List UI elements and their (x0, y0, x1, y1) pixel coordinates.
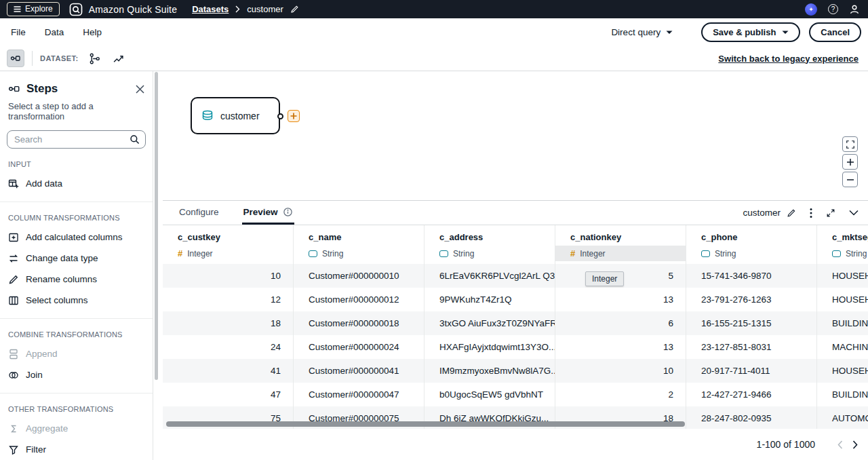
horizontal-scrollbar-thumb[interactable] (166, 421, 685, 427)
preview-tabbar: Configure Preview customer (163, 201, 868, 225)
fit-view-button[interactable] (842, 136, 858, 152)
edit-icon[interactable] (787, 208, 796, 218)
cell: 13 (555, 335, 686, 359)
cell: 47 (163, 383, 294, 406)
table-row[interactable]: 47 Customer#000000047 b0UgocSqEW5 gdVbhN… (163, 383, 868, 406)
section-header-column-transformations: COLUMN TRANSFORMATIONS (0, 202, 153, 227)
expand-panel-icon[interactable] (826, 208, 835, 218)
cell: BUILDING (817, 383, 868, 406)
close-icon[interactable] (136, 85, 144, 94)
menu-help[interactable]: Help (83, 27, 102, 37)
table-header-row: c_custkey Integer c_name String c_addres… (163, 225, 868, 264)
cell: 20-917-711-4011 (686, 359, 817, 383)
cell: AUTOMOBILE (817, 406, 868, 429)
section-header-input: INPUT (0, 149, 153, 173)
add-transformation-button[interactable] (288, 110, 300, 122)
zoom-out-button[interactable] (842, 172, 858, 187)
save-publish-label: Save & publish (713, 27, 776, 37)
breadcrumb-datasets-link[interactable]: Datasets (192, 4, 229, 14)
steps-flow-icon (10, 53, 21, 64)
cell: HOUSEHOLD (817, 288, 868, 311)
save-publish-button[interactable]: Save & publish (701, 22, 800, 42)
sidebar-item-filter[interactable]: Filter (0, 439, 153, 460)
sidebar-item-add-calculated-columns[interactable]: Add calculated columns (0, 227, 153, 248)
fit-view-icon (846, 140, 855, 149)
edit-name-icon[interactable] (290, 5, 299, 14)
query-mode-label: Direct query (611, 27, 660, 37)
tab-configure-label: Configure (179, 207, 219, 217)
user-icon[interactable] (849, 4, 860, 15)
pagination-bar: 1-100 of 1000 (163, 429, 868, 460)
menu-data[interactable]: Data (45, 27, 64, 37)
column-header-c-mktsegment[interactable]: c_mktsegment String (817, 225, 868, 264)
type-tooltip: Integer (585, 271, 624, 286)
column-type-label: String (846, 249, 867, 258)
sidebar-scrollbar-thumb[interactable] (155, 72, 158, 380)
table-row[interactable]: 18 Customer#000000018 3txGO AiuFux3zT0Z9… (163, 311, 868, 335)
explore-button[interactable]: Explore (7, 2, 60, 16)
sidebar-item-change-data-type[interactable]: Change data type (0, 248, 153, 269)
cell: MACHINERY (817, 335, 868, 359)
column-name: c_address (425, 232, 555, 242)
table-row[interactable]: 10 Customer#000000010 6LrEaV6KR6PLVcgl2A… (163, 264, 868, 288)
sidebar-item-label: Add calculated columns (26, 232, 123, 242)
table-row[interactable]: 24 Customer#000000024 HXAFgIAyjxtdqwimt1… (163, 335, 868, 359)
column-header-c-custkey[interactable]: c_custkey Integer (163, 225, 294, 264)
search-input[interactable] (7, 130, 146, 149)
steps-panel-toggle-button[interactable] (7, 50, 24, 67)
tab-preview[interactable]: Preview (242, 201, 294, 225)
node-output-port[interactable] (277, 113, 283, 119)
cell: b0UgocSqEW5 gdVbhNT (425, 383, 555, 406)
cell: Customer#000000012 (294, 288, 425, 311)
query-mode-dropdown[interactable]: Direct query (611, 27, 673, 37)
cell: 41 (163, 359, 294, 383)
topbar-right-cluster (805, 3, 860, 16)
sidebar-item-rename-columns[interactable]: Rename columns (0, 269, 153, 290)
tab-preview-label: Preview (243, 207, 278, 217)
table-row[interactable]: 41 Customer#000000041 IM9mzmyoxeBmvNw8lA… (163, 359, 868, 383)
calculated-columns-icon (8, 232, 19, 243)
string-type-icon (832, 250, 841, 257)
cell: 15-741-346-9870 (686, 264, 817, 288)
column-header-c-name[interactable]: c_name String (294, 225, 425, 264)
hamburger-icon (14, 6, 21, 12)
q-assistant-icon[interactable] (805, 3, 817, 16)
toolbar-divider (32, 51, 33, 66)
table-row[interactable]: 12 Customer#000000012 9PWKuhzT4Zr1Q 13 2… (163, 288, 868, 311)
zoom-in-button[interactable] (842, 154, 858, 170)
tab-configure[interactable]: Configure (178, 201, 220, 225)
sidebar-item-add-data[interactable]: Add data (0, 173, 153, 194)
menubar-right: Direct query Save & publish Cancel (611, 22, 863, 42)
kebab-menu-icon[interactable] (810, 208, 812, 218)
flow-canvas[interactable]: customer (163, 71, 868, 200)
zoom-controls (842, 136, 858, 187)
sidebar-item-aggregate[interactable]: Aggregate (0, 418, 153, 439)
prev-page-icon[interactable] (833, 437, 848, 452)
cancel-button[interactable]: Cancel (809, 22, 861, 42)
steps-sidebar: Steps Select a step to add a transformat… (0, 71, 153, 460)
column-header-c-nationkey[interactable]: c_nationkey Integer (555, 225, 686, 264)
sidebar-item-select-columns[interactable]: Select columns (0, 290, 153, 311)
sidebar-item-join[interactable]: Join (0, 364, 153, 385)
column-header-c-phone[interactable]: c_phone String (686, 225, 817, 264)
next-page-icon[interactable] (848, 437, 863, 452)
column-header-c-address[interactable]: c_address String (425, 225, 555, 264)
column-name: c_phone (686, 232, 816, 242)
cell: 24 (163, 335, 294, 359)
help-icon[interactable] (828, 4, 838, 14)
sidebar-item-append[interactable]: Append (0, 343, 153, 364)
database-icon (201, 110, 214, 122)
search-icon (130, 134, 140, 145)
menu-file[interactable]: File (11, 27, 26, 37)
column-type-hovered[interactable]: Integer (555, 246, 686, 261)
trend-view-icon[interactable] (113, 53, 124, 64)
legacy-experience-link[interactable]: Switch back to legacy experience (718, 54, 859, 64)
cell: 12 (163, 288, 294, 311)
collapse-panel-chevron-icon[interactable] (849, 210, 859, 216)
section-header-combine-transformations: COMBINE TRANSFORMATIONS (0, 319, 153, 343)
dataset-node-customer[interactable]: customer (191, 97, 280, 134)
menu-bar: File Data Help Direct query Save & publi… (0, 18, 868, 46)
column-name: c_nationkey (555, 232, 686, 242)
column-type-label: String (322, 249, 343, 258)
flow-view-icon[interactable] (89, 53, 100, 64)
